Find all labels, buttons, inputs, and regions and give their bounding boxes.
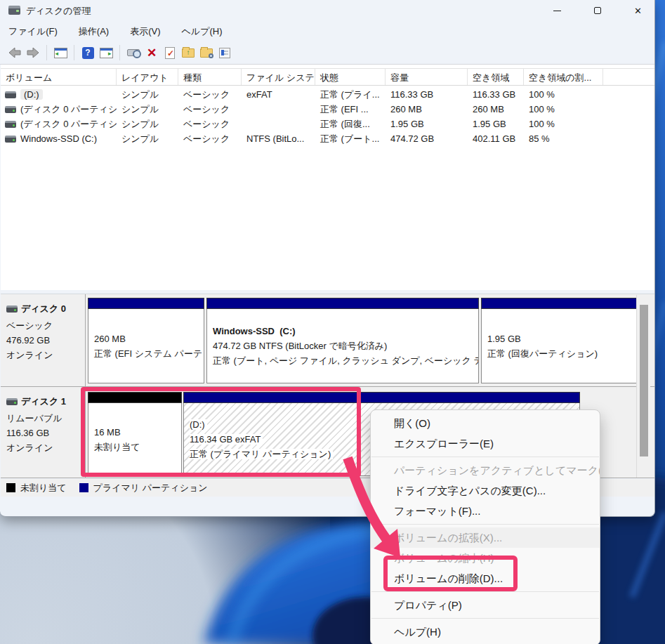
cell-layout: シンプル (117, 88, 178, 101)
column-header-free[interactable]: 空き領域 (468, 69, 524, 85)
column-header-filesystem[interactable]: ファイル システム (242, 69, 315, 85)
cell-capacity: 1.95 GB (386, 119, 468, 129)
delete-volume-icon[interactable]: ✕ (143, 44, 161, 61)
column-header-status[interactable]: 状態 (315, 69, 386, 85)
close-button[interactable]: ✕ (621, 0, 655, 21)
show-action-pane-icon[interactable]: ▸ (97, 44, 115, 61)
cell-free: 260 MB (468, 104, 524, 114)
cell-fs: NTFS (BitLo... (242, 133, 315, 144)
cell-pct: 100 % (524, 89, 603, 100)
cell-pct: 85 % (524, 133, 603, 144)
toolbar-separator (74, 45, 74, 60)
volume-name: Windows-SSD (C:) (20, 133, 97, 144)
explore-folder-icon[interactable] (197, 44, 216, 61)
menu-help[interactable]: ヘルプ(H) (182, 25, 223, 38)
close-icon: ✕ (634, 6, 642, 15)
open-folder-icon[interactable]: ↑ (179, 44, 197, 61)
cell-fs: exFAT (242, 89, 315, 100)
column-header-filler (603, 69, 654, 85)
table-row-recovery[interactable]: (ディスク 0 パーティショ... シンプル ベーシック 正常 (回復... 1… (1, 117, 654, 131)
annotation-highlight-partition (81, 387, 361, 477)
volume-list-pane: ボリューム レイアウト 種類 ファイル システム 状態 容量 空き領域 空き領域… (1, 65, 654, 290)
volume-name: (ディスク 0 パーティショ... (20, 103, 117, 116)
menu-item-explorer[interactable]: エクスプローラー(E) (371, 433, 600, 454)
disk1-status: オンライン (6, 440, 81, 455)
partition-efi[interactable]: 260 MB 正常 (EFI システム パーティ (88, 298, 204, 383)
cell-pct: 100 % (524, 104, 603, 114)
disk-icon (6, 305, 18, 313)
column-header-type[interactable]: 種類 (178, 69, 242, 85)
help-icon[interactable]: ? (79, 44, 97, 61)
mark-active-icon[interactable] (161, 44, 179, 61)
title-bar: ディスクの管理 ✕ (0, 0, 654, 21)
volume-rows: (D:) シンプル ベーシック exFAT 正常 (プライ... 116.33 … (1, 87, 654, 146)
table-row-efi[interactable]: (ディスク 0 パーティショ... シンプル ベーシック 正常 (EFI ...… (1, 102, 654, 117)
volume-name: (D:) (20, 89, 43, 100)
table-row-d[interactable]: (D:) シンプル ベーシック exFAT 正常 (プライ... 116.33 … (1, 87, 654, 102)
back-icon[interactable] (6, 44, 24, 61)
menu-file[interactable]: ファイル(F) (8, 25, 58, 38)
annotation-highlight-delete-volume (383, 556, 518, 591)
cell-free: 1.95 GB (468, 119, 524, 129)
scrollbar-thumb[interactable] (640, 305, 648, 456)
column-header-capacity[interactable]: 容量 (386, 69, 468, 85)
menu-item-properties[interactable]: プロパティ(P) (371, 595, 600, 615)
disk1-info-panel[interactable]: ディスク 1 リムーバブル 116.36 GB オンライン (1, 387, 85, 479)
cell-type: ベーシック (178, 133, 242, 145)
legend-swatch-primary (79, 483, 88, 492)
legend-label: 未割り当て (20, 482, 67, 494)
menu-item-format[interactable]: フォーマット(F)... (371, 501, 600, 521)
disk1-size: 116.36 GB (6, 426, 81, 440)
partition-c[interactable]: Windows-SSD (C:) 474.72 GB NTFS (BitLock… (206, 298, 479, 383)
disk-icon (6, 398, 18, 405)
menu-action[interactable]: 操作(A) (79, 25, 109, 38)
menu-view[interactable]: 表示(V) (130, 25, 160, 38)
maximize-button[interactable] (581, 0, 614, 21)
menu-item-extend-volume: ボリュームの拡張(X)... (371, 527, 600, 548)
column-header-layout[interactable]: レイアウト (117, 69, 178, 85)
partition-size: 1.95 GB (487, 334, 521, 344)
cell-layout: シンプル (117, 103, 178, 116)
refresh-disks-icon[interactable] (124, 44, 143, 61)
forward-icon[interactable] (24, 44, 42, 61)
cell-capacity: 474.72 GB (386, 133, 468, 144)
menu-item-change-letter[interactable]: ドライブ文字とパスの変更(C)... (371, 480, 600, 501)
minimize-button[interactable] (541, 0, 574, 21)
menu-item-open[interactable]: 開く(O) (371, 413, 600, 433)
column-header-free-pct[interactable]: 空き領域の割... (524, 69, 603, 85)
menu-separator (371, 456, 599, 457)
show-console-tree-icon[interactable]: ◂ (51, 44, 70, 61)
menu-separator (371, 618, 599, 619)
toolbar-separator (46, 45, 47, 60)
properties-icon[interactable] (216, 44, 234, 61)
legend-swatch-unallocated (6, 483, 15, 492)
partition-status: 正常 (回復パーティション) (487, 348, 598, 359)
cell-type: ベーシック (178, 88, 242, 101)
menu-bar: ファイル(F) 操作(A) 表示(V) ヘルプ(H) (0, 21, 654, 41)
disk-management-app-icon (8, 6, 20, 15)
menu-item-mark-active: パーティションをアクティブとしてマーク(M) (371, 460, 600, 480)
disk1-type: リムーバブル (6, 411, 81, 426)
cell-status: 正常 (ブート... (315, 133, 386, 145)
disk0-info-panel[interactable]: ディスク 0 ベーシック 476.92 GB オンライン (1, 294, 85, 386)
vertical-scrollbar[interactable] (636, 295, 650, 478)
menu-separator (371, 524, 599, 525)
legend-unallocated: 未割り当て (6, 482, 67, 494)
partition-label: Windows-SSD (C:) (213, 326, 296, 336)
cell-free: 402.11 GB (468, 133, 524, 144)
cell-status: 正常 (EFI ... (315, 103, 386, 116)
cell-type: ベーシック (178, 118, 242, 131)
volume-icon (5, 91, 16, 98)
volume-list-header: ボリューム レイアウト 種類 ファイル システム 状態 容量 空き領域 空き領域… (1, 68, 654, 86)
partition-size: 474.72 GB NTFS (BitLocker で暗号化済み) (213, 341, 387, 351)
partition-color-bar (481, 298, 638, 309)
table-row-c[interactable]: Windows-SSD (C:) シンプル ベーシック NTFS (BitLo.… (1, 131, 654, 146)
partition-recovery[interactable]: 1.95 GB 正常 (回復パーティション) (481, 298, 638, 383)
volume-name: (ディスク 0 パーティショ... (20, 118, 117, 131)
disk0-type: ベーシック (6, 318, 81, 333)
cell-layout: シンプル (117, 118, 178, 131)
column-header-volume[interactable]: ボリューム (1, 69, 117, 85)
volume-icon (5, 121, 16, 128)
toolbar: ◂ ? ▸ ✕ ↑ (0, 41, 654, 65)
menu-item-help[interactable]: ヘルプ(H) (371, 622, 600, 642)
